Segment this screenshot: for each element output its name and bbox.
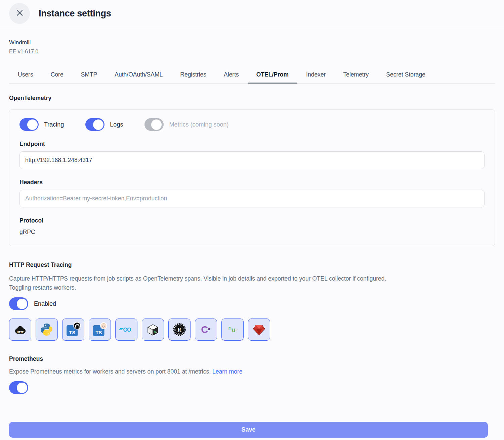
toggle-knob	[17, 383, 27, 393]
endpoint-input[interactable]	[19, 151, 485, 169]
tracing-toggle[interactable]	[19, 118, 39, 131]
toggle-knob	[17, 299, 27, 309]
page-title: Instance settings	[39, 8, 111, 19]
svg-text:TS: TS	[96, 330, 102, 335]
metrics-toggle	[144, 118, 164, 131]
http-request-tracing-description: Capture HTTP/HTTPS requests from job scr…	[9, 274, 495, 292]
app-version: EE v1.617.0	[9, 49, 495, 55]
svg-text:R: R	[177, 327, 181, 333]
lang-button-bash[interactable]: $	[142, 319, 164, 341]
go-icon: GO	[119, 322, 134, 337]
metrics-toggle-label: Metrics (coming soon)	[169, 121, 228, 128]
headers-input[interactable]	[19, 190, 485, 207]
nushell-icon: n u >	[225, 322, 240, 337]
svg-text:n: n	[228, 325, 232, 332]
toggle-knob	[27, 119, 38, 130]
rust-icon: R	[172, 322, 187, 337]
lang-button-go[interactable]: GO	[115, 319, 137, 341]
tracing-toggle-label: Tracing	[44, 121, 64, 128]
app-name: Windmill	[9, 39, 495, 46]
http-tracing-toggle-label: Enabled	[34, 300, 56, 307]
svg-text:TS: TS	[69, 330, 76, 335]
http-tracing-toggle[interactable]	[9, 297, 28, 310]
lang-button-ruby[interactable]	[248, 319, 270, 341]
tab-smtp[interactable]: SMTP	[72, 66, 106, 83]
http-icon: HTTP	[12, 322, 28, 337]
lang-button-csharp[interactable]: C #	[195, 319, 217, 341]
language-button-row: HTTP TS	[9, 319, 495, 341]
toggle-knob	[151, 119, 162, 130]
lang-button-rust[interactable]: R	[168, 319, 191, 341]
lang-button-http[interactable]: HTTP	[9, 319, 31, 341]
prometheus-description-text: Expose Prometheus metrics for workers an…	[9, 368, 211, 375]
lang-button-deno[interactable]: TS	[62, 319, 84, 341]
close-icon	[16, 10, 23, 17]
endpoint-label: Endpoint	[19, 141, 485, 148]
save-button[interactable]: Save	[9, 422, 488, 438]
tab-auth-oauth-saml[interactable]: Auth/OAuth/SAML	[106, 66, 171, 83]
svg-text:#: #	[208, 327, 210, 331]
ruby-icon	[251, 322, 267, 337]
settings-tab-bar: Users Core SMTP Auth/OAuth/SAML Registri…	[9, 66, 495, 84]
python-icon	[39, 322, 54, 337]
tab-users[interactable]: Users	[9, 66, 42, 83]
tab-registries[interactable]: Registries	[171, 66, 215, 83]
lang-button-nushell[interactable]: n u >	[221, 319, 244, 341]
tab-indexer[interactable]: Indexer	[297, 66, 334, 83]
description-line: Toggling restarts workers.	[9, 283, 495, 292]
http-request-tracing-heading: HTTP Request Tracing	[9, 261, 495, 268]
tab-secret-storage[interactable]: Secret Storage	[377, 66, 434, 83]
tab-alerts[interactable]: Alerts	[215, 66, 248, 83]
logs-toggle[interactable]	[85, 118, 104, 131]
protocol-value: gRPC	[19, 229, 485, 236]
logs-toggle-label: Logs	[110, 121, 123, 128]
tab-telemetry[interactable]: Telemetry	[334, 66, 377, 83]
description-line: Capture HTTP/HTTPS requests from job scr…	[9, 274, 495, 283]
svg-text:$: $	[154, 331, 156, 334]
lang-button-bun[interactable]: TS	[89, 319, 111, 341]
protocol-label: Protocol	[19, 217, 485, 224]
svg-text:u: u	[232, 327, 235, 333]
toggle-knob	[93, 119, 103, 130]
learn-more-link[interactable]: Learn more	[212, 368, 243, 375]
svg-text:>: >	[235, 327, 238, 332]
svg-text:GO: GO	[123, 327, 131, 333]
opentelemetry-panel: Tracing Logs Metrics (coming soon) Endpo…	[9, 109, 495, 246]
dialog-header: Instance settings	[0, 0, 504, 27]
headers-label: Headers	[19, 179, 485, 186]
close-button[interactable]	[9, 3, 30, 24]
prometheus-heading: Prometheus	[9, 355, 495, 362]
bun-ts-icon: TS	[92, 322, 108, 337]
tab-otel-prom[interactable]: OTEL/Prom	[248, 66, 297, 83]
prometheus-description: Expose Prometheus metrics for workers an…	[9, 367, 495, 376]
csharp-icon: C #	[198, 322, 214, 337]
bash-icon: $	[145, 322, 160, 337]
deno-ts-icon: TS	[66, 322, 81, 337]
prometheus-toggle[interactable]	[9, 381, 28, 394]
svg-text:C: C	[201, 324, 208, 335]
tab-core[interactable]: Core	[42, 66, 72, 83]
svg-text:HTTP: HTTP	[17, 331, 24, 334]
lang-button-python[interactable]	[36, 319, 58, 341]
opentelemetry-heading: OpenTelemetry	[9, 95, 495, 102]
